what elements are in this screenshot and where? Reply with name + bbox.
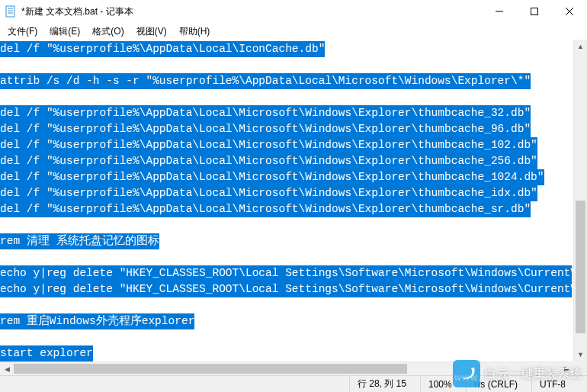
horizontal-scrollbar[interactable]: ◀ ▶ — [0, 361, 573, 375]
selected-text[interactable]: rem 重启Windows外壳程序explorer — [0, 313, 194, 329]
editor-line[interactable]: echo y|reg delete "HKEY_CLASSES_ROOT\Loc… — [0, 265, 572, 281]
editor-line[interactable] — [0, 297, 572, 313]
selected-text[interactable]: del /f "%userprofile%\AppData\Local\Micr… — [0, 169, 544, 185]
editor-line[interactable] — [0, 217, 572, 233]
editor-line[interactable]: start explorer — [0, 345, 572, 361]
svg-rect-0 — [6, 6, 14, 17]
selected-text[interactable]: del /f "%userprofile%\AppData\Local\Micr… — [0, 121, 531, 137]
scroll-right-icon[interactable]: ▶ — [560, 362, 573, 375]
editor-line[interactable]: echo y|reg delete "HKEY_CLASSES_ROOT\Loc… — [0, 281, 572, 297]
scroll-left-icon[interactable]: ◀ — [0, 362, 14, 375]
scroll-down-icon[interactable]: ▼ — [574, 348, 587, 361]
selected-text[interactable]: del /f "%userprofile%\AppData\Local\Icon… — [0, 41, 325, 57]
close-button[interactable] — [552, 0, 587, 23]
editor-line[interactable] — [0, 57, 572, 73]
scroll-up-icon[interactable]: ▲ — [574, 40, 587, 53]
selected-text[interactable]: echo y|reg delete "HKEY_CLASSES_ROOT\Loc… — [0, 281, 572, 297]
vscroll-thumb[interactable] — [576, 201, 585, 333]
editor-line[interactable]: rem 清理 系统托盘记忆的图标 — [0, 233, 572, 249]
statusbar-spacer — [0, 376, 350, 392]
window-title: *新建 文本文档.bat - 记事本 — [21, 5, 133, 18]
editor-area: del /f "%userprofile%\AppData\Local\Icon… — [0, 40, 587, 375]
menu-help[interactable]: 帮助(H) — [173, 24, 217, 40]
editor-line[interactable]: del /f "%userprofile%\AppData\Local\Micr… — [0, 153, 572, 169]
selected-text[interactable]: start explorer — [0, 345, 93, 361]
svg-rect-5 — [531, 8, 538, 15]
notepad-window: *新建 文本文档.bat - 记事本 文件(F) 编辑(E) 格式(O) 视图(… — [0, 0, 587, 392]
text-editor[interactable]: del /f "%userprofile%\AppData\Local\Icon… — [0, 40, 572, 361]
editor-line[interactable]: del /f "%userprofile%\AppData\Local\Micr… — [0, 121, 572, 137]
notepad-icon — [5, 5, 17, 18]
editor-line[interactable] — [0, 249, 572, 265]
vertical-scrollbar[interactable]: ▲ ▼ — [573, 40, 587, 361]
hscroll-track[interactable] — [14, 362, 560, 375]
selected-text[interactable]: del /f "%userprofile%\AppData\Local\Micr… — [0, 137, 537, 153]
menu-view[interactable]: 视图(V) — [130, 24, 173, 40]
editor-line[interactable]: del /f "%userprofile%\AppData\Local\Micr… — [0, 201, 572, 217]
selected-text[interactable]: rem 清理 系统托盘记忆的图标 — [0, 233, 159, 249]
minimize-button[interactable] — [482, 0, 517, 23]
editor-line[interactable]: del /f "%userprofile%\AppData\Local\Icon… — [0, 41, 572, 57]
editor-line[interactable] — [0, 89, 572, 105]
status-bar: 行 28, 列 15 100% ws (CRLF) UTF-8 — [0, 375, 587, 392]
editor-line[interactable]: del /f "%userprofile%\AppData\Local\Micr… — [0, 105, 572, 121]
status-encoding: UTF-8 — [532, 376, 587, 392]
selected-text[interactable]: echo y|reg delete "HKEY_CLASSES_ROOT\Loc… — [0, 265, 572, 281]
selected-text[interactable]: del /f "%userprofile%\AppData\Local\Micr… — [0, 201, 531, 217]
editor-line[interactable]: del /f "%userprofile%\AppData\Local\Micr… — [0, 185, 572, 201]
selected-text[interactable]: attrib /s /d -h -s -r "%userprofile%\App… — [0, 73, 531, 89]
selected-text[interactable]: del /f "%userprofile%\AppData\Local\Micr… — [0, 185, 537, 201]
menu-edit[interactable]: 编辑(E) — [43, 24, 86, 40]
editor-line[interactable]: rem 重启Windows外壳程序explorer — [0, 313, 572, 329]
menu-format[interactable]: 格式(O) — [86, 24, 130, 40]
menu-file[interactable]: 文件(F) — [2, 24, 43, 40]
editor-line[interactable]: del /f "%userprofile%\AppData\Local\Micr… — [0, 169, 572, 185]
hscroll-thumb[interactable] — [14, 364, 407, 374]
title-bar[interactable]: *新建 文本文档.bat - 记事本 — [0, 0, 587, 23]
status-zoom: 100% — [421, 376, 467, 392]
editor-line[interactable] — [0, 329, 572, 345]
status-eol: ws (CRLF) — [467, 376, 532, 392]
maximize-button[interactable] — [517, 0, 552, 23]
status-position: 行 28, 列 15 — [350, 376, 421, 392]
menu-bar: 文件(F) 编辑(E) 格式(O) 视图(V) 帮助(H) — [0, 23, 587, 40]
scrollbar-corner — [573, 361, 587, 375]
selected-text[interactable]: del /f "%userprofile%\AppData\Local\Micr… — [0, 153, 537, 169]
editor-line[interactable]: del /f "%userprofile%\AppData\Local\Micr… — [0, 137, 572, 153]
vscroll-track[interactable] — [574, 53, 587, 348]
editor-line[interactable]: attrib /s /d -h -s -r "%userprofile%\App… — [0, 73, 572, 89]
selected-text[interactable]: del /f "%userprofile%\AppData\Local\Micr… — [0, 105, 531, 121]
